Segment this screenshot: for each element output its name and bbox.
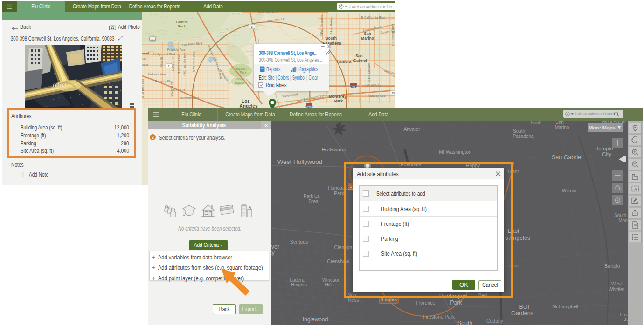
svg-text:Hollywood: Hollywood	[321, 147, 346, 152]
svg-text:Mon: Mon	[618, 218, 627, 223]
svg-text:San: San	[555, 121, 564, 125]
svg-text:Cudahy: Cudahy	[486, 318, 504, 324]
svg-text:wood: wood	[142, 51, 149, 55]
svg-text:Marino: Marino	[361, 36, 374, 41]
svg-text:Gabriel: Gabriel	[353, 58, 367, 63]
svg-text:San: San	[364, 31, 371, 36]
svg-text:Stadium: Stadium	[235, 81, 247, 84]
svg-text:South: South	[614, 213, 626, 218]
svg-text:S La Brea Ave: S La Brea Ave	[142, 79, 144, 98]
svg-text:Firestone Park: Firestone Park	[423, 314, 455, 319]
svg-text:Florence: Florence	[416, 300, 436, 306]
svg-text:Hills: Hills	[325, 282, 334, 287]
svg-text:N Western Ave: N Western Ave	[177, 54, 180, 74]
svg-text:More Maps: More Maps	[589, 125, 615, 130]
svg-text:Culver: Culver	[271, 244, 279, 250]
svg-text:Park: Park	[334, 99, 343, 103]
svg-text:N Vermont Ave: N Vermont Ave	[192, 52, 195, 72]
svg-text:Bell: Bell	[519, 304, 529, 310]
svg-text:San Gabriel: San Gabriel	[552, 154, 582, 161]
svg-text:West: West	[611, 281, 622, 286]
svg-text:Blvd: Blvd	[142, 57, 146, 61]
svg-text:McCampbell: McCampbell	[552, 304, 578, 309]
svg-text:West Hollywood: West Hollywood	[277, 158, 323, 165]
svg-text:Whittier: Whittier	[609, 287, 625, 292]
svg-text:South: South	[513, 129, 525, 134]
svg-text:South: South	[325, 36, 337, 41]
svg-text:Park: Park	[450, 299, 462, 306]
svg-text:Vine St: Vine St	[160, 57, 163, 67]
svg-text:Griffith: Griffith	[176, 20, 188, 24]
svg-text:W 3rd St: W 3rd St	[172, 88, 185, 92]
svg-text:Elysian: Elysian	[236, 67, 247, 71]
svg-text:Ness: Ness	[348, 298, 359, 303]
svg-text:S Del Mar Ave: S Del Mar Ave	[367, 62, 371, 82]
svg-text:Pasadena: Pasadena	[512, 134, 533, 139]
svg-text:S Los Robles: S Los Robles	[330, 16, 333, 34]
svg-text:Hollywood Blvd: Hollywood Blvd	[153, 53, 175, 56]
svg-text:San: San	[355, 54, 363, 58]
svg-text:19: 19	[392, 92, 395, 95]
svg-text:Melrose Ave: Melrose Ave	[148, 73, 166, 76]
svg-text:Atwater: Atwater	[403, 126, 420, 132]
svg-text:Marino: Marino	[555, 125, 569, 130]
svg-text:Heights: Heights	[291, 282, 307, 287]
svg-text:101: 101	[150, 38, 155, 41]
svg-text:Garvey Ave: Garvey Ave	[368, 94, 385, 98]
svg-text:Brea: Brea	[308, 199, 319, 204]
svg-text:Gardens: Gardens	[511, 310, 533, 317]
svg-text:N Wilton Pl: N Wilton Pl	[172, 55, 175, 71]
svg-text:Knoll: Knoll	[531, 121, 540, 125]
svg-text:Wilmar: Wilmar	[562, 188, 577, 193]
svg-text:Sentous: Sentous	[290, 239, 308, 244]
svg-text:Junction: Junction	[624, 317, 628, 322]
svg-text:Dodger: Dodger	[235, 77, 245, 81]
svg-text:Park: Park	[240, 71, 247, 74]
svg-text:Park: Park	[334, 190, 344, 196]
svg-text:Colorado Blvd: Colorado Blvd	[258, 12, 278, 13]
svg-text:A: A	[634, 187, 637, 191]
svg-text:Wilshire Blvd: Wilshire Blvd	[180, 96, 200, 100]
svg-text:S Fair Oaks Ave: S Fair Oaks Ave	[320, 14, 323, 36]
svg-text:Temple: Temple	[596, 146, 613, 151]
svg-text:a Blvd: a Blvd	[142, 63, 148, 67]
svg-text:S Wilton Pl: S Wilton Pl	[170, 82, 173, 97]
svg-text:Park: Park	[178, 24, 186, 28]
svg-text:Rosemead Blvd: Rosemead Blvd	[391, 24, 395, 46]
svg-text:N Normandie Ave: N Normandie Ave	[183, 53, 186, 76]
svg-text:I-10 HOV Ln: I-10 HOV Ln	[365, 84, 382, 87]
svg-text:South: South	[457, 320, 473, 325]
svg-text:City: City	[602, 151, 611, 157]
svg-text:10: 10	[352, 86, 355, 88]
svg-text:Park La: Park La	[304, 194, 320, 199]
svg-text:E California Blvd: E California Blvd	[361, 16, 385, 19]
svg-text:Inglewood: Inglewood	[303, 316, 328, 323]
svg-text:Bartolo: Bartolo	[604, 263, 620, 269]
svg-text:Mt Washington: Mt Washington	[439, 149, 471, 155]
svg-text:Monterey: Monterey	[329, 94, 346, 99]
svg-text:Franklin Ave: Franklin Ave	[167, 48, 185, 51]
